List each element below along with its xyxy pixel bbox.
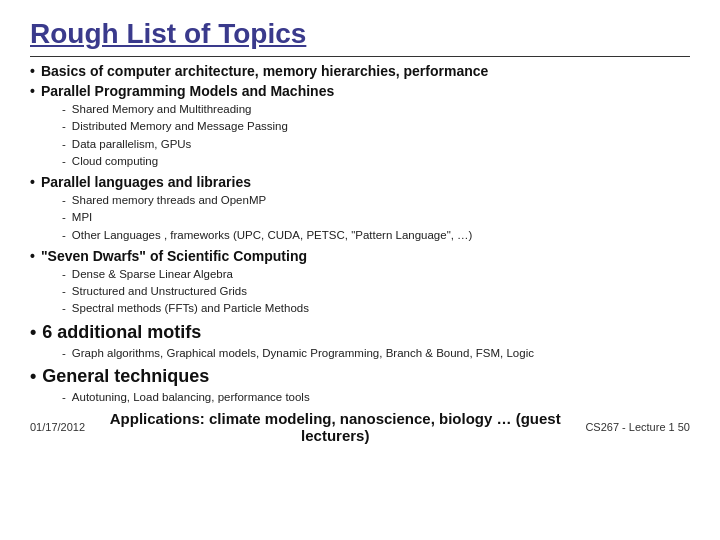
bullet-dot-2: • xyxy=(30,83,35,99)
bullet-text-1: Basics of computer architecture, memory … xyxy=(41,63,488,79)
list-item: - Graph algorithms, Graphical models, Dy… xyxy=(62,345,690,362)
bullet-item-3: • Parallel languages and libraries - Sha… xyxy=(30,174,690,244)
bullet-dot-3: • xyxy=(30,174,35,190)
list-item: - Autotuning, Load balancing, performanc… xyxy=(62,389,690,406)
sub-list-3: - Shared memory threads and OpenMP - MPI… xyxy=(62,192,690,244)
list-item: - Spectral methods (FFTs) and Particle M… xyxy=(62,300,690,317)
list-item: - Distributed Memory and Message Passing xyxy=(62,118,690,135)
bullet-dot-6: • xyxy=(30,366,36,387)
bullet-item-6: • General techniques - Autotuning, Load … xyxy=(30,366,690,406)
bullet-item-5: • 6 additional motifs - Graph algorithms… xyxy=(30,322,690,362)
bullet-text-5: 6 additional motifs xyxy=(42,322,201,343)
bullet-item-4: • "Seven Dwarfs" of Scientific Computing… xyxy=(30,248,690,318)
bullet-text-2: Parallel Programming Models and Machines xyxy=(41,83,334,99)
bullet-item-1: • Basics of computer architecture, memor… xyxy=(30,63,690,79)
list-item: - Data parallelism, GPUs xyxy=(62,136,690,153)
sub-list-4: - Dense & Sparse Linear Algebra - Struct… xyxy=(62,266,690,318)
list-item: - Other Languages , frameworks (UPC, CUD… xyxy=(62,227,690,244)
bullet-dot-1: • xyxy=(30,63,35,79)
list-item: - Cloud computing xyxy=(62,153,690,170)
list-item: - Structured and Unstructured Grids xyxy=(62,283,690,300)
list-item: - Dense & Sparse Linear Algebra xyxy=(62,266,690,283)
list-item: - Shared memory threads and OpenMP xyxy=(62,192,690,209)
list-item: - MPI xyxy=(62,209,690,226)
sub-list-5: - Graph algorithms, Graphical models, Dy… xyxy=(62,345,690,362)
sub-list-2: - Shared Memory and Multithreading - Dis… xyxy=(62,101,690,170)
bullet-text-6: General techniques xyxy=(42,366,209,387)
bullet-text-4: "Seven Dwarfs" of Scientific Computing xyxy=(41,248,307,264)
bullet-item-2: • Parallel Programming Models and Machin… xyxy=(30,83,690,170)
sub-list-6: - Autotuning, Load balancing, performanc… xyxy=(62,389,690,406)
title-divider xyxy=(30,56,690,57)
page-title: Rough List of Topics xyxy=(30,18,690,50)
list-item: - Shared Memory and Multithreading xyxy=(62,101,690,118)
footer-center: Applications: climate modeling, nanoscie… xyxy=(85,410,585,444)
bullets-container: • Basics of computer architecture, memor… xyxy=(30,63,690,406)
bullet-dot-4: • xyxy=(30,248,35,264)
bullet-dot-5: • xyxy=(30,322,36,343)
footer: 01/17/2012 Applications: climate modelin… xyxy=(30,410,690,444)
footer-left: 01/17/2012 xyxy=(30,421,85,433)
footer-right: CS267 - Lecture 1 50 xyxy=(585,421,690,433)
bullet-text-3: Parallel languages and libraries xyxy=(41,174,251,190)
